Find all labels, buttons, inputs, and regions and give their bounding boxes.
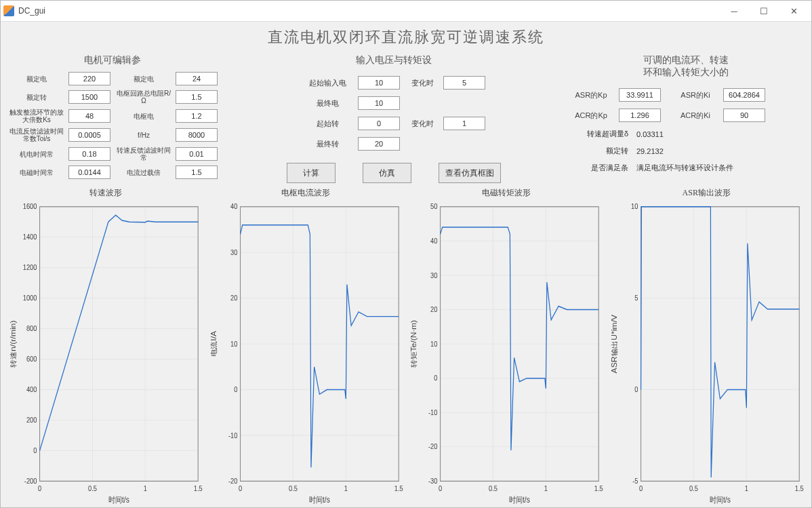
left-input[interactable]: 0.0005 [68,128,110,142]
svg-text:10: 10 [230,340,238,348]
panel-mid-title: 输入电压与转矩设 [356,54,432,66]
svg-text:0: 0 [38,484,41,492]
left-label: 电流反馈滤波时间常数Toi/s [7,128,66,142]
view-diagram-button[interactable]: 查看仿真框图 [439,163,501,183]
chart-plot: -2000200400600800100012001400160000.511.… [7,200,204,506]
right-extra-value: 满足电流环与转速环设计条件 [636,163,733,173]
minimize-button[interactable]: ─ [719,1,749,20]
svg-text:1: 1 [544,484,548,492]
left-input[interactable]: 1500 [68,90,110,104]
mid-input[interactable]: 0 [358,117,400,130]
right-extra-value: 29.2132 [636,147,664,155]
window-title: DC_gui [18,6,45,16]
svg-text:0.5: 0.5 [489,484,498,492]
svg-text:0: 0 [439,484,442,492]
svg-text:ASR输出U*im/V: ASR输出U*im/V [611,314,618,373]
right-extra-label: 是否满足条 [567,163,636,173]
svg-text:1.5: 1.5 [594,484,603,492]
calc-button[interactable]: 计算 [287,163,336,183]
right-label: ASR的Kp [567,90,615,100]
svg-text:0.5: 0.5 [689,484,697,492]
svg-text:1: 1 [344,484,347,492]
left-label: 机电时间常 [7,151,66,158]
right-input[interactable]: 90 [723,109,765,122]
svg-text:电流I/A: 电流I/A [210,330,218,357]
chart-title: 电磁转矩波形 [408,187,605,199]
svg-text:0: 0 [234,385,237,393]
right-label: ACR的Ki [672,111,719,121]
left-input[interactable]: 1.5 [176,90,218,104]
left-input[interactable]: 220 [68,72,110,85]
left-input[interactable]: 0.01 [176,147,218,161]
left-input[interactable]: 0.18 [68,147,110,161]
svg-text:1.5: 1.5 [194,484,203,492]
left-input[interactable]: 0.0144 [68,165,110,179]
left-label: 额定电 [7,75,66,83]
svg-text:1: 1 [744,484,748,492]
svg-text:600: 600 [26,355,37,364]
svg-text:时间t/s: 时间t/s [308,495,329,504]
svg-text:-10: -10 [228,431,237,439]
app-icon [3,5,14,16]
svg-text:1200: 1200 [23,264,37,272]
left-label: 额定转 [7,94,66,101]
mid-input[interactable]: 1 [443,117,485,130]
left-input[interactable]: 1.5 [176,165,218,179]
svg-text:-200: -200 [24,477,37,485]
right-input[interactable]: 604.2864 [723,88,765,102]
svg-text:40: 40 [230,203,238,211]
svg-text:0: 0 [634,385,638,393]
left-label: 转速反馈滤波时间常 [115,146,173,161]
right-input[interactable]: 1.296 [619,109,661,122]
left-label: 电枢电 [115,113,173,120]
mid-input[interactable]: 10 [358,96,400,110]
sim-button[interactable]: 仿真 [363,163,411,183]
svg-text:5: 5 [634,294,638,302]
mid-label: 起始输入电 [301,78,354,88]
left-label: 电枢回路总电阻R/Ω [115,90,173,104]
close-button[interactable]: ✕ [779,1,809,20]
chart-title: 电枢电流波形 [208,187,405,199]
svg-text:0.5: 0.5 [88,484,97,492]
svg-text:-20: -20 [428,443,438,451]
svg-text:时间t/s: 时间t/s [509,495,530,504]
left-input[interactable]: 1.2 [176,109,218,123]
mid-label: 起始转 [301,119,354,129]
mid-input[interactable]: 10 [358,76,400,90]
chart-plot: -5051000.511.5时间t/sASR输出U*im/V [609,200,805,506]
svg-text:20: 20 [430,305,438,313]
left-input[interactable]: 24 [176,72,218,85]
svg-text:30: 30 [430,271,438,279]
svg-text:10: 10 [631,203,638,211]
left-input[interactable]: 8000 [176,128,218,142]
svg-text:20: 20 [230,294,238,302]
svg-text:转速n/(r/min): 转速n/(r/min) [9,320,17,367]
main-title: 直流电机双闭环直流脉宽可逆调速系统 [7,27,805,47]
svg-text:-20: -20 [228,477,237,485]
panel-right-title: 可调的电流环、转速 环和输入转矩大小的 [567,54,805,79]
chart-title: 转速波形 [7,187,204,199]
svg-text:1.5: 1.5 [394,484,403,492]
maximize-button[interactable]: ☐ [749,1,779,20]
svg-text:1600: 1600 [23,203,37,211]
left-label: 额定电 [115,75,173,83]
right-extra-label: 额定转 [567,146,636,156]
left-label: 电流过载倍 [115,169,173,176]
svg-text:时间t/s: 时间t/s [709,495,730,504]
panel-left-title: 电机可编辑参 [7,54,218,66]
svg-text:1000: 1000 [23,294,37,302]
svg-text:1: 1 [144,484,147,492]
mid-input[interactable]: 5 [443,76,485,90]
svg-text:0: 0 [238,484,241,492]
svg-text:1400: 1400 [23,233,37,241]
svg-rect-101 [641,207,799,482]
left-input[interactable]: 48 [68,109,110,123]
svg-text:800: 800 [26,325,37,333]
right-label: ASR的Ki [672,90,719,100]
svg-text:10: 10 [430,340,438,348]
svg-text:时间t/s: 时间t/s [108,495,129,504]
mid-input[interactable]: 20 [358,137,400,151]
right-input[interactable]: 33.9911 [619,88,661,102]
chart-plot: -30-20-100102030405000.511.5时间t/s转矩Te/(N… [408,200,605,506]
left-label: 触发整流环节的放大倍数Ks [7,109,66,123]
